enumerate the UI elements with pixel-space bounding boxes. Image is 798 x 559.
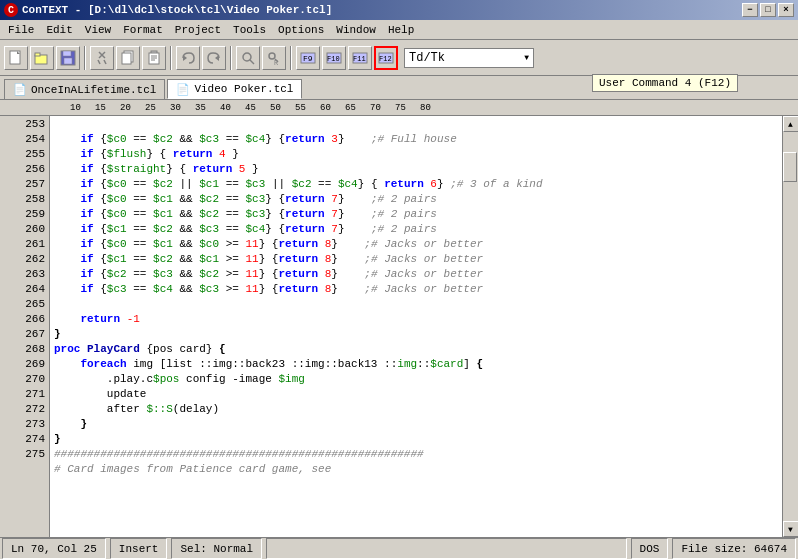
user-cmd-4[interactable]: F12 [374,46,398,70]
menu-edit[interactable]: Edit [40,22,78,38]
svg-line-9 [98,60,100,64]
tab-icon-0: 📄 [13,83,27,96]
status-bar: Ln 70, Col 25 Insert Sel: Normal DOS Fil… [0,537,798,559]
svg-rect-6 [64,58,72,64]
paste-button[interactable] [142,46,166,70]
svg-marker-19 [215,55,219,61]
svg-text:F11: F11 [353,55,366,63]
menu-view[interactable]: View [79,22,117,38]
menu-tools[interactable]: Tools [227,22,272,38]
tab-icon-1: 📄 [176,83,190,96]
restore-button[interactable]: □ [760,3,776,17]
svg-rect-5 [63,51,71,56]
syntax-combo[interactable]: Td/Tk ▼ [404,48,534,68]
find-button[interactable] [236,46,260,70]
close-button[interactable]: × [778,3,794,17]
svg-text:F12: F12 [379,55,392,63]
menu-project[interactable]: Project [169,22,227,38]
open-button[interactable] [30,46,54,70]
status-empty [266,538,627,559]
svg-point-20 [243,53,251,61]
status-insert: Insert [110,538,168,559]
replace-button[interactable]: R [262,46,286,70]
scroll-up-button[interactable]: ▲ [783,116,799,132]
title-bar: C ConTEXT - [D:\dl\dcl\stock\tcl\Video P… [0,0,798,20]
app-icon-letter: C [8,5,14,16]
editor-wrapper: 253 254 255 256 257 258 259 260 261 262 … [0,116,798,537]
menu-format[interactable]: Format [117,22,169,38]
sep4 [290,46,292,70]
svg-line-10 [104,60,106,64]
copy-button[interactable] [116,46,140,70]
line-numbers: 253 254 255 256 257 258 259 260 261 262 … [0,116,50,537]
user-cmd-2[interactable]: F10 [322,46,346,70]
menu-help[interactable]: Help [382,22,420,38]
svg-rect-3 [35,53,40,56]
scroll-track[interactable] [783,132,798,521]
menu-options[interactable]: Options [272,22,330,38]
editor-main: 253 254 255 256 257 258 259 260 261 262 … [0,116,798,537]
tab-1[interactable]: 📄 Video Poker.tcl [167,79,302,99]
code-area[interactable]: if {$c0 == $c2 && $c3 == $c4} {return 3}… [50,116,782,537]
syntax-combo-value: Td/Tk [409,51,445,65]
save-button[interactable] [56,46,80,70]
user-cmd-1[interactable]: F9 [296,46,320,70]
tab-0[interactable]: 📄 OnceInALifetime.tcl [4,79,165,99]
svg-rect-12 [122,53,131,64]
window-controls: − □ × [742,3,794,17]
cut-button[interactable] [90,46,114,70]
app-icon: C [4,3,18,17]
tab-label-0: OnceInALifetime.tcl [31,84,156,96]
combo-arrow-icon: ▼ [524,53,529,62]
sep1 [84,46,86,70]
undo-button[interactable] [176,46,200,70]
tooltip: User Command 4 (F12) [592,74,738,92]
scroll-down-button[interactable]: ▼ [783,521,799,537]
user-cmd-3[interactable]: F11 [348,46,372,70]
status-position: Ln 70, Col 25 [2,538,106,559]
svg-text:F9: F9 [303,54,313,63]
vertical-scrollbar[interactable]: ▲ ▼ [782,116,798,537]
menu-window[interactable]: Window [330,22,382,38]
tab-label-1: Video Poker.tcl [194,83,293,95]
menu-file[interactable]: File [2,22,40,38]
svg-text:F10: F10 [327,55,340,63]
status-selection: Sel: Normal [171,538,262,559]
status-format: DOS [631,538,669,559]
svg-line-21 [250,60,254,64]
svg-marker-18 [183,55,187,61]
sep3 [230,46,232,70]
redo-button[interactable] [202,46,226,70]
toolbar: R F9 F10 F11 F12 Td/Tk ▼ User Command 4 … [0,40,798,76]
new-button[interactable] [4,46,28,70]
ruler: 10 15 20 25 30 35 40 45 50 55 60 65 70 7… [0,100,798,116]
status-filesize: File size: 64674 [672,538,796,559]
minimize-button[interactable]: − [742,3,758,17]
ruler-marks: 10 15 20 25 30 35 40 45 50 55 60 65 70 7… [52,100,798,115]
window-title: ConTEXT - [D:\dl\dcl\stock\tcl\Video Pok… [22,4,332,16]
scroll-thumb[interactable] [783,152,797,182]
svg-text:R: R [274,59,279,66]
menu-bar: File Edit View Format Project Tools Opti… [0,20,798,40]
sep2 [170,46,172,70]
